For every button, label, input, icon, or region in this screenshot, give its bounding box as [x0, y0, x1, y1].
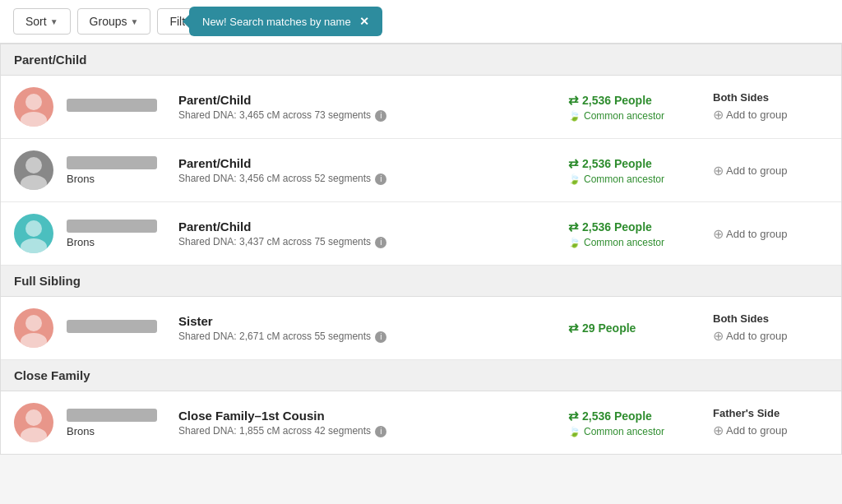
toolbar: Sort ▼ Groups ▼ Filters ▼ 🔍 Search New! … [0, 0, 842, 44]
groups-chevron-icon: ▼ [131, 17, 139, 26]
match-relationship[interactable]: Sister [178, 314, 555, 328]
shared-matches-icon: ⇄ [568, 93, 579, 108]
info-icon[interactable]: i [375, 110, 386, 122]
info-icon[interactable]: i [375, 331, 386, 343]
actions: Both Sides⊕Add to group [713, 91, 828, 123]
shared-matches-icon: ⇄ [568, 220, 579, 234]
add-icon: ⊕ [713, 163, 724, 178]
info-icon[interactable]: i [375, 237, 386, 248]
name-bar-placeholder [67, 220, 157, 233]
section-header-parent-child: Parent/Child [1, 44, 841, 76]
common-ancestor-label: Common ancestor [584, 110, 664, 122]
svg-point-3 [21, 175, 47, 190]
leaf-icon: 🍃 [568, 173, 581, 185]
match-dna: Shared DNA: 3,437 cM across 75 segments … [178, 236, 555, 248]
svg-point-9 [21, 428, 47, 442]
add-to-group-label: Add to group [726, 109, 787, 121]
svg-point-1 [21, 112, 47, 127]
add-to-group-label: Add to group [726, 164, 787, 177]
shared-matches: ⇄2,536 People🍃Common ancestor [568, 220, 700, 248]
add-to-group-button[interactable]: ⊕Add to group [713, 163, 828, 178]
match-info: Close Family–1st CousinShared DNA: 1,855… [178, 409, 555, 437]
avatar [14, 308, 53, 348]
sort-button[interactable]: Sort ▼ [13, 8, 71, 35]
actions: ⊕Add to group [713, 163, 828, 178]
avatar [14, 150, 53, 190]
name-block [67, 99, 165, 115]
add-to-group-button[interactable]: ⊕Add to group [713, 423, 828, 438]
match-relationship[interactable]: Close Family–1st Cousin [178, 409, 555, 423]
add-to-group-button[interactable]: ⊕Add to group [713, 328, 828, 344]
shared-matches: ⇄29 People [568, 321, 700, 335]
table-row: SisterShared DNA: 2,671 cM across 55 seg… [1, 297, 841, 360]
actions: ⊕Add to group [713, 226, 828, 242]
match-info: Parent/ChildShared DNA: 3,437 cM across … [178, 220, 555, 248]
name-block [67, 320, 165, 336]
people-count-text: 2,536 People [582, 409, 652, 423]
tooltip-text: New! Search matches by name [202, 16, 351, 28]
groups-button[interactable]: Groups ▼ [77, 8, 151, 35]
name-block: Brons [67, 220, 165, 248]
common-ancestor-label: Common ancestor [584, 426, 664, 437]
table-row: BronsParent/ChildShared DNA: 3,456 cM ac… [1, 139, 841, 202]
match-relationship[interactable]: Parent/Child [178, 93, 555, 107]
section-header-full-sibling: Full Sibling [1, 266, 841, 297]
leaf-icon: 🍃 [568, 426, 581, 437]
match-relationship[interactable]: Parent/Child [178, 220, 555, 234]
match-dna: Shared DNA: 3,456 cM across 52 segments … [178, 173, 555, 185]
svg-point-7 [21, 333, 47, 348]
shared-matches-icon: ⇄ [568, 409, 579, 423]
name-bar-placeholder [67, 320, 157, 333]
people-count[interactable]: ⇄2,536 People [568, 220, 700, 234]
leaf-icon: 🍃 [568, 237, 581, 248]
match-dna: Shared DNA: 1,855 cM across 42 segments … [178, 425, 555, 437]
add-to-group-button[interactable]: ⊕Add to group [713, 107, 828, 123]
person-name: Brons [67, 425, 165, 437]
add-to-group-button[interactable]: ⊕Add to group [713, 226, 828, 242]
tooltip-close-button[interactable]: ✕ [359, 15, 369, 28]
svg-point-8 [25, 409, 42, 426]
svg-point-5 [21, 238, 47, 253]
info-icon[interactable]: i [375, 426, 386, 437]
name-bar-placeholder [67, 99, 157, 112]
avatar [14, 403, 53, 442]
avatar [14, 87, 53, 127]
common-ancestor-label: Common ancestor [584, 237, 664, 248]
add-to-group-label: Add to group [726, 228, 787, 240]
sort-label: Sort [25, 15, 47, 28]
common-ancestor: 🍃Common ancestor [568, 237, 700, 248]
people-count-text: 2,536 People [582, 220, 652, 234]
actions: Father's Side⊕Add to group [713, 407, 828, 438]
avatar [14, 214, 53, 253]
table-row: Parent/ChildShared DNA: 3,465 cM across … [1, 76, 841, 139]
svg-point-4 [25, 220, 42, 237]
common-ancestor: 🍃Common ancestor [568, 426, 700, 437]
both-sides-label: Both Sides [713, 312, 828, 325]
both-sides-label: Both Sides [713, 91, 828, 104]
svg-point-2 [25, 157, 42, 173]
info-icon[interactable]: i [375, 173, 386, 185]
shared-matches: ⇄2,536 People🍃Common ancestor [568, 93, 700, 122]
people-count[interactable]: ⇄29 People [568, 321, 700, 335]
shared-matches: ⇄2,536 People🍃Common ancestor [568, 409, 700, 437]
add-icon: ⊕ [713, 423, 724, 438]
common-ancestor: 🍃Common ancestor [568, 173, 700, 185]
people-count[interactable]: ⇄2,536 People [568, 93, 700, 108]
common-ancestor-label: Common ancestor [584, 173, 664, 185]
sort-chevron-icon: ▼ [50, 17, 58, 26]
people-count-text: 29 People [582, 321, 636, 335]
name-bar-placeholder [67, 409, 157, 422]
add-to-group-label: Add to group [726, 330, 787, 342]
person-name: Brons [67, 173, 165, 185]
leaf-icon: 🍃 [568, 110, 581, 122]
shared-matches: ⇄2,536 People🍃Common ancestor [568, 156, 700, 185]
match-relationship[interactable]: Parent/Child [178, 156, 555, 170]
people-count[interactable]: ⇄2,536 People [568, 409, 700, 423]
name-block: Brons [67, 409, 165, 437]
shared-matches-icon: ⇄ [568, 321, 579, 335]
common-ancestor: 🍃Common ancestor [568, 110, 700, 122]
people-count[interactable]: ⇄2,536 People [568, 156, 700, 171]
name-block: Brons [67, 156, 165, 185]
shared-matches-icon: ⇄ [568, 156, 579, 171]
add-icon: ⊕ [713, 107, 724, 123]
